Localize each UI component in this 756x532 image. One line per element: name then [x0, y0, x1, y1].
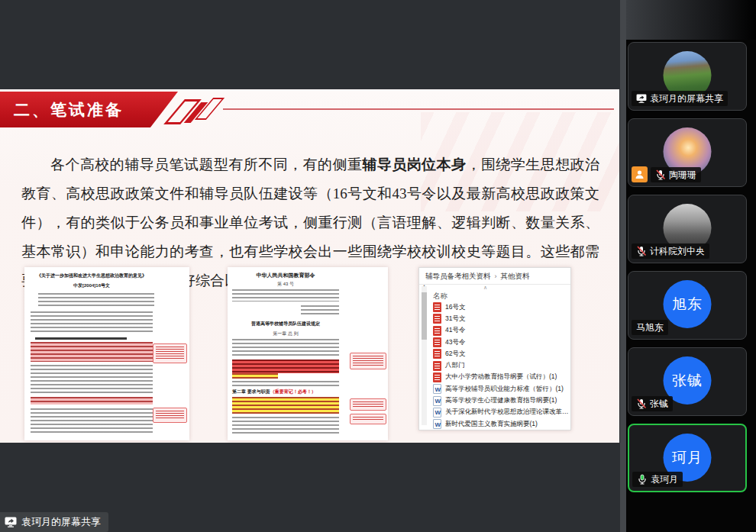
participant-name: 袁珂月的屏幕共享	[650, 92, 723, 105]
doc2-red-highlight-block	[232, 360, 339, 373]
doc1-text-lines	[31, 365, 153, 394]
doc2-chapter2-note: （重要背记！必考！）	[270, 389, 316, 394]
explorer-file-row: 新时代爱国主义教育实施纲要(1)	[433, 418, 569, 430]
annotation-text-lines	[156, 347, 184, 360]
explorer-file-row: 八部门	[433, 360, 569, 371]
explorer-file-row: 高等学校学生心理健康教育指导纲要(1)	[433, 395, 569, 406]
file-name: 高等学校辅导员职业能力标准（暂行）(1)	[445, 385, 564, 394]
participants-sidebar: 袁珂月的屏幕共享 陶珊珊	[626, 0, 756, 532]
explorer-file-row: 大中小学劳动教育指导纲要（试行）(1)	[433, 372, 569, 383]
file-explorer-thumbnail: 辅导员备考相关资料›其他资料 ∧ ∧ 名称 16号文 31号文 41号令 43号…	[418, 267, 571, 430]
file-name: 大中小学劳动教育指导纲要（试行）(1)	[445, 372, 557, 382]
participant-tile[interactable]: 张铖 张铖	[628, 347, 747, 416]
breadcrumb-folder: 辅导员备考相关资料	[425, 272, 491, 280]
host-badge-icon	[632, 166, 648, 182]
participant-tile[interactable]: 陶珊珊	[628, 118, 747, 187]
tile-bottom-row: 陶珊珊	[632, 166, 701, 182]
avatar: 旭东	[664, 280, 712, 328]
doc2-chapter2: 第二章 要求与职责（重要背记！必考！）	[232, 389, 347, 395]
doc2-annotation-callout	[350, 414, 386, 424]
explorer-file-row: 41号令	[433, 325, 569, 337]
doc2-regulation-title: 普通高等学校辅导员队伍建设规定	[232, 321, 339, 327]
screen-share-status-badge: 袁珂月的屏幕共享	[0, 512, 108, 532]
doc2-text-lines	[232, 289, 339, 301]
mic-muted-icon	[636, 398, 647, 409]
sidebar-top-gradient	[626, 0, 756, 40]
file-type-icon	[433, 419, 441, 429]
document-thumbnails-row: 《关于进一步加强和改进大学生思想政治教育的意见》 中发[2004]16号文 中华…	[0, 267, 619, 440]
doc2-number: 第 43 号	[232, 281, 339, 288]
presentation-slide: 二、笔试准备 各个高校的辅导员笔试题型有所不同，有的侧重辅导员岗位本身，围绕学生…	[0, 89, 619, 443]
breadcrumb-separator-icon: ›	[495, 272, 497, 280]
tile-bottom-row: 计科院刘中央	[632, 243, 709, 259]
file-name: 41号令	[445, 326, 465, 335]
scrollbar-strip[interactable]	[620, 0, 626, 532]
file-name: 新时代爱国主义教育实施纲要(1)	[445, 420, 538, 429]
doc2-signature-lines	[301, 305, 339, 314]
annotation-text-lines	[353, 401, 383, 408]
participant-name: 袁珂月	[651, 473, 678, 485]
file-type-icon	[433, 337, 441, 347]
participant-name-label: 计科院刘中央	[632, 243, 709, 259]
participant-name-label: 马旭东	[632, 320, 668, 335]
slide-section-banner: 二、笔试准备	[0, 92, 178, 127]
screen-share-icon	[636, 94, 647, 103]
breadcrumb-subfolder: 其他资料	[501, 272, 530, 280]
doc1-text-lines	[38, 293, 154, 308]
file-type-icon	[433, 408, 441, 418]
participant-name-label: 袁珂月的屏幕共享	[632, 91, 728, 106]
banner-rule-line	[223, 108, 614, 110]
document-thumbnail-43haoling: 中华人民共和国教育部令 第 43 号 普通高等学校辅导员队伍建设规定 第一章 总…	[228, 267, 388, 440]
participant-name: 计科院刘中央	[650, 245, 705, 257]
file-type-icon	[433, 349, 441, 359]
annotation-text-lines	[156, 411, 184, 420]
tile-bottom-row: 袁珂月的屏幕共享	[632, 91, 728, 106]
doc1-subtitle: 中发[2004]16号文	[31, 282, 153, 289]
participant-name-label: 张铖	[632, 396, 673, 411]
document-thumbnail-16haowen: 《关于进一步加强和改进大学生思想政治教育的意见》 中发[2004]16号文	[24, 267, 189, 440]
doc1-title: 《关于进一步加强和改进大学生思想政治教育的意见》	[31, 272, 153, 279]
shared-screen-region: 二、笔试准备 各个高校的辅导员笔试题型有所不同，有的侧重辅导员岗位本身，围绕学生…	[0, 0, 620, 532]
doc2-text-lines	[232, 339, 339, 357]
screen-share-icon	[5, 517, 17, 527]
doc1-annotation-callout	[153, 343, 187, 363]
file-name: 高等学校学生心理健康教育指导纲要(1)	[445, 396, 557, 405]
tile-bottom-row: 张铖	[632, 396, 673, 411]
tile-bottom-row: 袁珂月	[632, 472, 683, 487]
participant-tile[interactable]: 计科院刘中央	[628, 195, 747, 263]
file-type-icon	[433, 326, 441, 336]
doc1-text-lines	[31, 311, 153, 334]
annotation-text-lines	[353, 356, 383, 366]
participant-name: 陶珊珊	[669, 169, 696, 181]
participant-name-label: 袁珂月	[632, 472, 683, 487]
participant-tiles: 袁珂月的屏幕共享 陶珊珊	[628, 42, 747, 492]
doc2-annotation-callout	[350, 353, 386, 369]
file-name: 八部门	[445, 361, 465, 370]
participant-tile[interactable]: 旭东 马旭东	[628, 271, 747, 340]
participant-name: 张铖	[650, 398, 668, 410]
file-type-icon	[433, 384, 441, 394]
file-type-icon	[433, 302, 441, 312]
doc1-text-lines	[31, 408, 153, 434]
explorer-file-list-area: ∧ ∧ 名称 16号文 31号文 41号令 43号令 62号文 八部门 大中小学…	[419, 285, 570, 430]
explorer-file-row: 16号文	[433, 301, 569, 313]
doc2-text-lines	[232, 417, 339, 435]
tile-bottom-row: 马旭东	[632, 320, 668, 335]
file-name: 关于深化新时代学校思想政治理论课改革…	[445, 408, 569, 417]
slide-section-title: 二、笔试准备	[14, 101, 124, 118]
doc2-yellow-highlight	[232, 373, 278, 379]
participant-tile[interactable]: 袁珂月的屏幕共享	[628, 42, 747, 111]
doc1-highlighted-block	[31, 342, 153, 362]
file-name: 43号令	[445, 338, 465, 347]
doc2-chapter1: 第一章 总 则	[232, 330, 339, 337]
file-name: 31号文	[445, 314, 465, 324]
explorer-scrollbar	[422, 286, 427, 425]
doc2-text-lines	[232, 381, 339, 387]
annotation-text-lines	[353, 417, 383, 421]
participant-tile[interactable]: 珂月 袁珂月	[628, 424, 747, 492]
explorer-file-row: 31号文	[433, 313, 569, 324]
explorer-breadcrumb: 辅导员备考相关资料›其他资料	[419, 268, 570, 285]
file-type-icon	[433, 361, 441, 371]
file-name: 62号文	[445, 350, 465, 359]
mic-muted-icon	[655, 169, 666, 180]
